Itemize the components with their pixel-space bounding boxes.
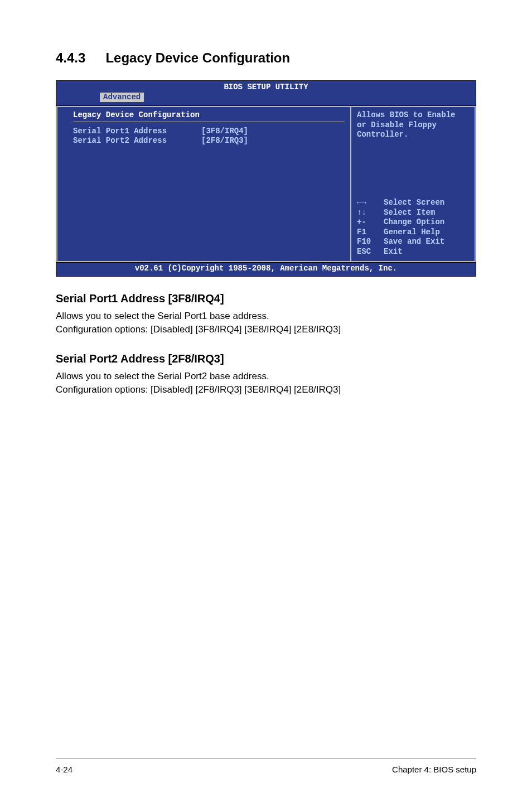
section-number: 4.4.3 — [56, 50, 85, 66]
body-text: Allows you to select the Serial Port2 ba… — [56, 370, 476, 384]
bios-panel-heading: Legacy Device Configuration — [73, 110, 345, 120]
nav-action: Select Item — [384, 208, 435, 218]
up-down-arrows-icon: ↑↓ — [357, 208, 384, 218]
body-text: Allows you to select the Serial Port1 ba… — [56, 310, 476, 323]
page-number: 4-24 — [56, 765, 72, 774]
bios-help-panel: Allows BIOS to Enable or Disable Floppy … — [350, 106, 476, 262]
bios-tabs: Advanced — [56, 93, 476, 106]
key-f1: F1 — [357, 228, 384, 238]
nav-action: Select Screen — [384, 198, 444, 208]
help-line: or Disable Floppy — [357, 120, 469, 131]
nav-keys: ←→Select Screen ↑↓Select Item +-Change O… — [357, 198, 469, 257]
bios-title: BIOS SETUP UTILITY — [56, 81, 476, 93]
nav-action: Change Option — [384, 218, 444, 228]
setting-label: Serial Port2 Address — [73, 136, 201, 146]
section-title: 4.4.3Legacy Device Configuration — [56, 50, 476, 66]
bios-main-panel: Legacy Device Configuration Serial Port1… — [56, 106, 350, 262]
setting-value: [3F8/IRQ4] — [201, 127, 248, 137]
body-text: Configuration options: [Disabled] [2F8/I… — [56, 383, 476, 397]
section-heading-text: Legacy Device Configuration — [105, 50, 290, 65]
bios-copyright: v02.61 (C)Copyright 1985-2008, American … — [56, 262, 476, 276]
setting-label: Serial Port1 Address — [73, 127, 201, 137]
setting-value: [2F8/IRQ3] — [201, 136, 248, 146]
nav-row: F10Save and Exit — [357, 237, 469, 247]
nav-row: +-Change Option — [357, 218, 469, 228]
nav-action: General Help — [384, 228, 440, 238]
nav-action: Exit — [384, 247, 403, 257]
nav-row: F1General Help — [357, 228, 469, 238]
bios-setup-window: BIOS SETUP UTILITY Advanced Legacy Devic… — [56, 80, 476, 277]
help-line: Controller. — [357, 130, 469, 140]
divider — [73, 122, 345, 122]
nav-row: ESCExit — [357, 247, 469, 257]
chapter-label: Chapter 4: BIOS setup — [392, 765, 476, 774]
subheading-port2: Serial Port2 Address [2F8/IRQ3] — [56, 352, 476, 365]
nav-row: ↑↓Select Item — [357, 208, 469, 218]
subheading-port1: Serial Port1 Address [3F8/IRQ4] — [56, 292, 476, 305]
nav-row: ←→Select Screen — [357, 198, 469, 208]
body-text: Configuration options: [Disabled] [3F8/I… — [56, 323, 476, 337]
page-footer: 4-24 Chapter 4: BIOS setup — [56, 758, 476, 774]
setting-row[interactable]: Serial Port2 Address [2F8/IRQ3] — [73, 136, 345, 146]
key-f10: F10 — [357, 237, 384, 247]
nav-action: Save and Exit — [384, 237, 444, 247]
left-right-arrows-icon: ←→ — [357, 198, 384, 208]
tab-advanced[interactable]: Advanced — [100, 93, 144, 103]
help-text: Allows BIOS to Enable or Disable Floppy … — [357, 110, 469, 140]
key-esc: ESC — [357, 247, 384, 257]
setting-row[interactable]: Serial Port1 Address [3F8/IRQ4] — [73, 127, 345, 137]
plus-minus-icon: +- — [357, 218, 384, 228]
help-line: Allows BIOS to Enable — [357, 110, 469, 120]
